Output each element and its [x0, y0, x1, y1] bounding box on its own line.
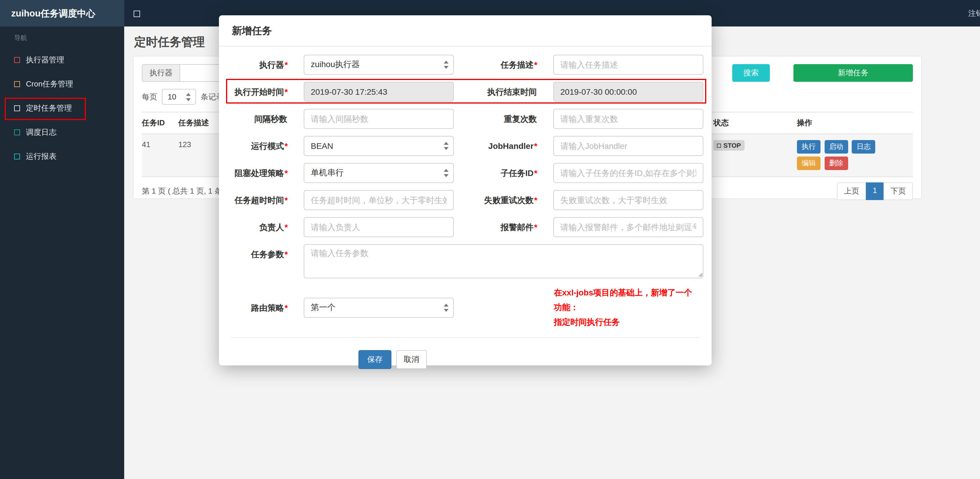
- form-row-9: 路由策略* 第一个 在xxl-jobs项目的基础上，新增了一个功能： 指定时间执…: [231, 285, 700, 330]
- action-edit-button[interactable]: 编辑: [797, 156, 821, 170]
- interval-input[interactable]: [304, 109, 454, 129]
- sidebar-item-executor-manage[interactable]: 执行器管理: [0, 48, 124, 72]
- executor-select[interactable]: zuihou执行器: [304, 55, 454, 75]
- alarm-email-input[interactable]: [553, 217, 703, 237]
- add-task-modal: 新增任务 执行器* zuihou执行器 任务描述* 执行开始时间*: [219, 15, 712, 365]
- feature-note: 在xxl-jobs项目的基础上，新增了一个功能： 指定时间执行任务: [554, 285, 700, 330]
- jobhandler-input[interactable]: [553, 136, 703, 156]
- select-arrows-icon: [185, 93, 191, 101]
- action-delete-button[interactable]: 删除: [824, 156, 848, 170]
- start-time-input[interactable]: [304, 82, 454, 102]
- run-mode-select[interactable]: BEAN: [304, 136, 454, 156]
- sidebar-item-cron-task-manage[interactable]: Cron任务管理: [0, 72, 124, 96]
- owner-label: 负责人*: [231, 217, 288, 237]
- cron-task-icon: [14, 81, 20, 87]
- feature-note-line2: 指定时间执行任务: [554, 315, 700, 330]
- executor-filter-addon: 执行器: [142, 64, 180, 82]
- sidebar-item-dispatch-log[interactable]: 调度日志: [0, 120, 124, 144]
- run-report-icon: [14, 153, 20, 159]
- sidebar-item-label: 运行报表: [26, 151, 57, 162]
- pagination-page-1[interactable]: 1: [866, 182, 884, 200]
- status-badge: STOP: [713, 140, 745, 151]
- block-strategy-select[interactable]: 单机串行: [304, 163, 454, 183]
- action-line-2: 编辑 删除: [797, 156, 908, 173]
- logout-link[interactable]: 注销: [968, 0, 980, 27]
- pagination: 上页 1 下页: [837, 182, 913, 200]
- form-row-4: 运行模式* BEAN JobHandler*: [231, 136, 700, 156]
- col-task-id: 任务ID: [142, 112, 178, 134]
- child-job-label: 子任务ID*: [454, 163, 538, 183]
- start-time-label: 执行开始时间*: [231, 82, 288, 102]
- repeat-count-input[interactable]: [553, 109, 703, 129]
- job-desc-input[interactable]: [553, 55, 703, 75]
- modal-footer: 保存 取消: [231, 337, 700, 369]
- executor-manage-icon: [14, 57, 20, 63]
- end-time-input[interactable]: [553, 82, 703, 102]
- select-arrows-icon: [443, 60, 449, 69]
- pagination-next[interactable]: 下页: [883, 182, 913, 200]
- sidebar-nav-label: 导航: [0, 27, 124, 48]
- job-desc-label: 任务描述*: [454, 55, 538, 75]
- sidebar-item-label: Cron任务管理: [26, 78, 73, 89]
- job-param-label: 任务参数*: [231, 244, 288, 264]
- col-actions: 操作: [797, 112, 913, 134]
- action-log-button[interactable]: 日志: [852, 140, 875, 154]
- cell-status: STOP: [713, 134, 797, 177]
- form-row-7: 负责人* 报警邮件*: [231, 217, 700, 237]
- sidebar-item-label: 定时任务管理: [26, 103, 72, 113]
- action-start-button[interactable]: 启动: [824, 140, 848, 154]
- route-strategy-label: 路由策略*: [231, 298, 288, 318]
- jobhandler-label: JobHandler*: [454, 136, 538, 156]
- form-row-6: 任务超时时间* 失败重试次数*: [231, 190, 700, 210]
- per-page-value: 10: [168, 92, 176, 101]
- col-status: 状态: [713, 112, 797, 134]
- select-arrows-icon: [443, 142, 449, 150]
- app-brand: zuihou任务调度中心: [0, 0, 124, 27]
- job-param-wrap: ◢: [304, 244, 703, 278]
- child-job-input[interactable]: [553, 163, 703, 183]
- search-button[interactable]: 搜索: [732, 64, 770, 82]
- end-time-label: 执行结束时间: [454, 82, 538, 102]
- action-execute-button[interactable]: 执行: [797, 140, 821, 154]
- timed-task-icon: [14, 105, 20, 111]
- per-page-prefix: 每页: [142, 92, 157, 102]
- run-mode-label: 运行模式*: [231, 136, 288, 156]
- sidebar-item-timed-task-manage[interactable]: 定时任务管理: [0, 96, 124, 120]
- add-task-button[interactable]: 新增任务: [794, 64, 913, 82]
- owner-input[interactable]: [304, 217, 454, 237]
- action-line-1: 执行 启动 日志: [797, 140, 908, 156]
- dispatch-log-icon: [14, 129, 20, 135]
- sidebar-item-run-report[interactable]: 运行报表: [0, 144, 124, 168]
- job-param-textarea[interactable]: [304, 244, 703, 278]
- page-title: 定时任务管理: [134, 34, 205, 50]
- sidebar-toggle-icon[interactable]: [134, 11, 140, 17]
- form-row-8: 任务参数* ◢: [231, 244, 700, 278]
- form-row-2: 执行开始时间* 执行结束时间: [231, 82, 700, 102]
- status-text: STOP: [723, 142, 741, 149]
- sidebar-item-label: 调度日志: [26, 127, 57, 137]
- retry-count-input[interactable]: [553, 190, 703, 210]
- alarm-email-label: 报警邮件*: [454, 217, 538, 237]
- modal-title: 新增任务: [219, 15, 712, 46]
- per-page-select[interactable]: 10: [162, 89, 196, 105]
- timeout-label: 任务超时时间*: [231, 190, 288, 210]
- cell-task-id: 41: [142, 134, 178, 177]
- sidebar-menu: 执行器管理 Cron任务管理 定时任务管理 调度日志 运行报表: [0, 48, 124, 168]
- form-row-3: 间隔秒数 重复次数: [231, 109, 700, 129]
- cancel-button[interactable]: 取消: [396, 350, 427, 369]
- save-button[interactable]: 保存: [358, 350, 391, 369]
- timeout-input[interactable]: [304, 190, 454, 210]
- feature-note-line1: 在xxl-jobs项目的基础上，新增了一个功能：: [554, 285, 700, 315]
- cell-actions: 执行 启动 日志 编辑 删除: [797, 134, 913, 177]
- executor-label: 执行器*: [231, 55, 288, 75]
- form-row-1: 执行器* zuihou执行器 任务描述*: [231, 55, 700, 75]
- form-row-5: 阻塞处理策略* 单机串行 子任务ID*: [231, 163, 700, 183]
- interval-label: 间隔秒数: [231, 109, 288, 129]
- pagination-prev[interactable]: 上页: [837, 182, 866, 200]
- select-arrows-icon: [443, 304, 449, 312]
- stop-icon: [717, 143, 721, 147]
- sidebar: 导航 执行器管理 Cron任务管理 定时任务管理 调度日志 运行报表: [0, 27, 124, 479]
- retry-count-label: 失败重试次数*: [454, 190, 538, 210]
- repeat-count-label: 重复次数: [454, 109, 538, 129]
- route-strategy-select[interactable]: 第一个: [304, 298, 454, 318]
